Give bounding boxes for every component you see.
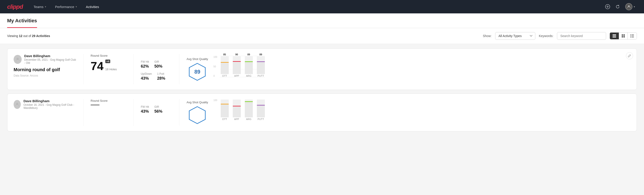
- avg-shot-section: Avg Shot Quality 89 100 50 0: [186, 54, 630, 84]
- activities-container: Dave Billingham December 05, 2021 - Gog …: [0, 44, 644, 136]
- filter-bar: Viewing 12 out of 29 Activities Show: Al…: [0, 28, 644, 44]
- data-source: Data Source: Arccos: [14, 74, 76, 77]
- avatar-button[interactable]: ▾: [624, 2, 637, 11]
- nav-performance-label: Performance: [55, 5, 74, 9]
- bar-app: 90 APP: [233, 53, 241, 77]
- activity-card: Dave Billingham December 05, 2021 - Gog …: [7, 48, 637, 90]
- stats-section: FW Hit 43% GIR 56%: [141, 99, 172, 126]
- user-avatar: [14, 55, 22, 64]
- score-badge: +4: [105, 60, 110, 63]
- svg-rect-5: [612, 36, 616, 36]
- search-input[interactable]: [557, 32, 606, 40]
- activity-title: Morning round of golf: [14, 67, 76, 72]
- nav-activities-label: Activities: [86, 5, 99, 9]
- user-date: December 05, 2021 - Gog Magog Golf Club …: [24, 58, 76, 64]
- updown-value: 43%: [141, 76, 152, 81]
- logo[interactable]: clippd: [7, 3, 23, 10]
- edit-button[interactable]: [626, 52, 633, 59]
- svg-rect-13: [630, 36, 631, 36]
- user-avatar: [14, 100, 21, 109]
- gir-value: 56%: [154, 109, 162, 114]
- svg-rect-12: [632, 34, 634, 35]
- nav-teams[interactable]: Teams ▾: [30, 3, 50, 10]
- holes-text: 18 Holes: [105, 68, 117, 71]
- avatar: [625, 3, 632, 10]
- user-name: Dave Billingham: [24, 54, 76, 58]
- nav-performance-chevron-icon: ▾: [76, 5, 77, 8]
- svg-rect-4: [612, 34, 616, 35]
- svg-rect-8: [624, 34, 625, 36]
- page-title: My Activities: [7, 18, 37, 28]
- view-toggle-group: [610, 32, 637, 40]
- score-number: 74: [90, 60, 104, 72]
- add-button[interactable]: [604, 2, 612, 11]
- round-score-label: Round Score: [90, 54, 126, 57]
- avg-shot-score: 89: [194, 69, 200, 75]
- round-score-label: Round Score: [90, 99, 126, 102]
- gir-value: 50%: [154, 64, 162, 69]
- avatar-chevron-icon: ▾: [634, 5, 635, 8]
- nav-teams-label: Teams: [34, 5, 44, 9]
- svg-marker-20: [189, 107, 205, 124]
- fw-hit-value: 62%: [141, 64, 149, 69]
- updown-label: Up/Down: [141, 72, 152, 76]
- viewing-count-text: Viewing 12 out of 29 Activities: [7, 34, 479, 38]
- svg-rect-15: [630, 37, 631, 38]
- round-score-section: Round Score: [90, 99, 126, 126]
- navbar: clippd Teams ▾ Performance ▾ Activities: [0, 0, 644, 14]
- avg-shot-section: Avg Shot Quality 100 94: [186, 99, 630, 126]
- fw-hit-value: 43%: [141, 109, 149, 114]
- bar-ott: 85 OTT: [221, 53, 229, 77]
- keywords-label: Keywords:: [539, 34, 554, 38]
- oneputt-label: 1 Putt: [157, 72, 165, 76]
- gir-label: GIR: [154, 105, 162, 108]
- view-list-full-button[interactable]: [628, 32, 637, 39]
- round-score-section: Round Score 74 +4 18 Holes: [90, 54, 126, 84]
- nav-performance[interactable]: Performance ▾: [52, 3, 80, 10]
- user-date: October 16, 2021 - Gog Magog Golf Club -…: [24, 103, 76, 110]
- svg-rect-10: [624, 36, 625, 38]
- bar-arg: 89 ARG: [245, 53, 253, 77]
- stats-section: FW Hit 62% GIR 50% Up/Down 43% 1 Putt 28…: [141, 54, 172, 84]
- svg-rect-11: [630, 34, 631, 35]
- svg-rect-9: [622, 36, 623, 38]
- fw-hit-label: FW Hit: [141, 60, 149, 63]
- view-grid-button[interactable]: [619, 32, 628, 39]
- show-label: Show:: [483, 34, 492, 38]
- svg-rect-14: [632, 36, 634, 36]
- fw-hit-label: FW Hit: [141, 105, 149, 108]
- activity-type-select[interactable]: All Activity Types: [495, 32, 535, 40]
- nav-teams-chevron-icon: ▾: [45, 5, 46, 8]
- user-name: Dave Billingham: [24, 99, 76, 103]
- oneputt-value: 28%: [157, 76, 165, 81]
- svg-rect-7: [622, 34, 623, 36]
- activity-card: Dave Billingham October 16, 2021 - Gog M…: [7, 94, 637, 132]
- avg-shot-quality-label: Avg Shot Quality: [186, 57, 208, 61]
- card-user-info: Dave Billingham October 16, 2021 - Gog M…: [14, 99, 76, 126]
- svg-rect-16: [632, 37, 634, 38]
- card-user-info: Dave Billingham December 05, 2021 - Gog …: [14, 54, 76, 84]
- svg-rect-6: [612, 37, 616, 38]
- view-list-compact-button[interactable]: [610, 32, 619, 39]
- nav-activities[interactable]: Activities: [82, 3, 103, 10]
- page-header: My Activities: [0, 14, 644, 28]
- gir-label: GIR: [154, 60, 162, 63]
- refresh-button[interactable]: [614, 3, 622, 11]
- bar-putt: 89 PUTT: [257, 53, 265, 77]
- avg-shot-quality-label: Avg Shot Quality: [186, 100, 208, 104]
